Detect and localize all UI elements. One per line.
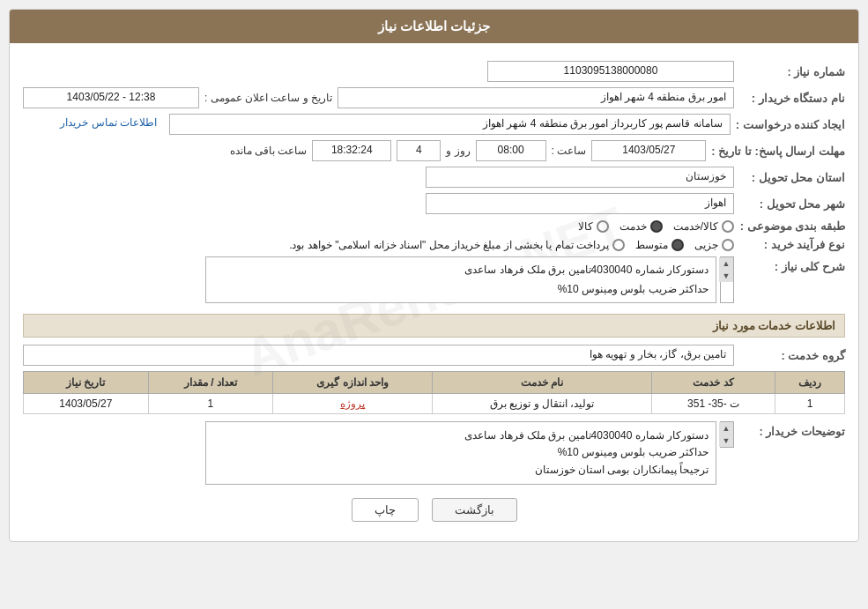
radio-kala-khadamat[interactable]: کالا/خدمت — [673, 220, 734, 233]
radio-kala-circle — [597, 220, 609, 233]
towzih-label: توضیحات خریدار : — [739, 421, 845, 438]
mohlat-roz: 4 — [397, 140, 441, 161]
radio-jozi[interactable]: جزیی — [694, 239, 734, 251]
mohlat-saat-mande-label: ساعت باقی مانده — [230, 145, 308, 157]
towzih-down-btn[interactable]: ▼ — [719, 434, 733, 447]
sharh-down-btn[interactable]: ▼ — [719, 270, 733, 282]
radio-motavasset-label: متوسط — [635, 239, 668, 251]
cell-radif: 1 — [775, 394, 844, 414]
ijad-konande-value: سامانه قاسم پور کاربرداز امور برق منطقه … — [169, 114, 731, 135]
grohe-khadamat-label: گروه خدمت : — [739, 349, 845, 362]
radio-kala-khadamat-label: کالا/خدمت — [673, 220, 718, 233]
mohlat-saat-mande: 18:32:24 — [312, 140, 391, 161]
radio-khadamat-label: خدمت — [619, 220, 647, 233]
sharh-scroll[interactable]: ▲ ▼ — [720, 256, 734, 303]
section2-title: اطلاعات خدمات مورد نیاز — [23, 314, 845, 338]
nam-dastgah-value: امور برق منطقه 4 شهر اهواز — [338, 87, 734, 108]
tabaqe-label: طبقه بندی موضوعی : — [739, 219, 845, 233]
col-vahed: واحد اندازه گیری — [273, 372, 433, 394]
radio-khadamat[interactable]: خدمت — [619, 220, 663, 233]
radio-khadamat-circle — [650, 220, 663, 233]
page-title: جزئیات اطلاعات نیاز — [378, 19, 490, 33]
radio-motavasset-circle — [671, 239, 684, 251]
col-tarikh: تاریخ نیاز — [24, 372, 149, 394]
tarikhe-elan-value: 1403/05/22 - 12:38 — [23, 87, 199, 108]
radio-kala-khadamat-circle — [722, 220, 734, 233]
services-table: ردیف کد خدمت نام خدمت واحد اندازه گیری ت… — [23, 371, 845, 414]
radio-kala-label: کالا — [578, 220, 593, 233]
bazgasht-button[interactable]: بازگشت — [432, 498, 517, 522]
ostan-label: استان محل تحویل : — [739, 171, 845, 184]
tarikhe-elan-label: تاریخ و ساعت اعلان عمومی : — [204, 92, 332, 104]
button-row: بازگشت چاپ — [23, 498, 845, 531]
ijad-konande-label: ایجاد کننده درخواست : — [736, 118, 845, 131]
shahr-label: شهر محل تحویل : — [739, 197, 845, 211]
noetype-radio-group: جزیی متوسط پرداخت تمام یا بخشی از مبلغ خ… — [289, 239, 734, 251]
cell-tarikh: 1403/05/27 — [24, 394, 149, 414]
radio-jozi-circle — [722, 239, 734, 251]
table-row: 1 ت -35- 351 تولید، انتقال و توزیع برق پ… — [24, 394, 845, 414]
towzih-value: دستورکار شماره 4030040تامین برق ملک فرها… — [205, 421, 716, 485]
shahr-value: اهواز — [426, 193, 734, 214]
cell-vahed: پروژه — [273, 394, 433, 414]
ostan-value: خوزستان — [426, 167, 734, 188]
col-kod: کد خدمت — [652, 372, 775, 394]
shomare-niaz-label: شماره نیاز : — [739, 65, 845, 78]
radio-pardakht-circle — [612, 239, 625, 251]
col-nam: نام خدمت — [433, 372, 652, 394]
mohlat-roz-label: روز و — [446, 145, 470, 157]
radio-kala[interactable]: کالا — [578, 220, 609, 233]
col-radif: ردیف — [775, 372, 844, 394]
sharh-koli-label: شرح کلی نیاز : — [739, 256, 845, 273]
towzih-up-btn[interactable]: ▲ — [719, 422, 733, 434]
chap-button[interactable]: چاپ — [352, 498, 419, 522]
mohlat-saat: 08:00 — [476, 140, 546, 161]
cell-kod: ت -35- 351 — [652, 394, 775, 414]
cell-tedad: 1 — [148, 394, 273, 414]
noetype-label: نوع فرآیند خرید : — [739, 238, 845, 251]
cell-nam: تولید، انتقال و توزیع برق — [433, 394, 652, 414]
mohlat-saat-label: ساعت : — [552, 145, 587, 157]
tabaqe-radio-group: کالا/خدمت خدمت کالا — [578, 220, 734, 233]
sharh-koli-value: دستورکار شماره 4030040تامین برق ملک فرها… — [205, 256, 716, 303]
mohlat-label: مهلت ارسال پاسخ: تا تاریخ : — [711, 145, 845, 158]
towzih-scroll[interactable]: ▲ ▼ — [720, 421, 734, 448]
etelaaat-tamas-label[interactable]: اطلاعات تماس خریدار — [23, 114, 164, 135]
mohlat-date: 1403/05/27 — [591, 140, 706, 161]
col-tedad: تعداد / مقدار — [148, 372, 273, 394]
radio-pardakht[interactable]: پرداخت تمام یا بخشی از مبلغ خریداز محل "… — [289, 239, 625, 251]
radio-pardakht-label: پرداخت تمام یا بخشی از مبلغ خریداز محل "… — [289, 239, 609, 251]
grohe-khadamat-value: تامین برق، گاز، بخار و تهویه هوا — [23, 345, 734, 366]
nam-dastgah-label: نام دستگاه خریدار : — [739, 92, 845, 105]
shomare-niaz-value: 1103095138000080 — [487, 61, 734, 82]
radio-jozi-label: جزیی — [694, 239, 718, 251]
sharh-up-btn[interactable]: ▲ — [719, 257, 733, 270]
page-header: جزئیات اطلاعات نیاز — [10, 10, 858, 43]
radio-motavasset[interactable]: متوسط — [635, 239, 684, 251]
